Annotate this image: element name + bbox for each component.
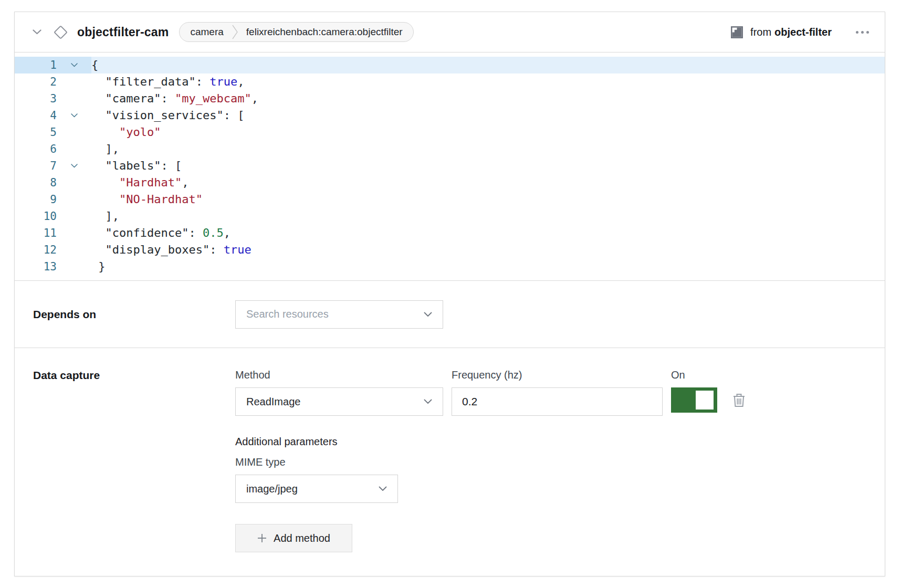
from-label: from [750, 26, 771, 38]
code-line-7[interactable]: 7 "labels": [ [15, 158, 885, 174]
resource-card-header: objectfilter-cam camera felixreichenbach… [15, 12, 885, 52]
code-line-6[interactable]: 6 ], [15, 141, 885, 158]
line-number: 1 [15, 57, 57, 74]
data-capture-heading: Data capture [33, 369, 100, 381]
add-method-button[interactable]: Add method [235, 524, 352, 552]
code-line-4[interactable]: 4 "vision_services": [ [15, 107, 885, 124]
toggle-knob [696, 391, 714, 410]
code-text[interactable]: "yolo" [91, 124, 885, 141]
chevron-down-icon [424, 399, 432, 404]
resource-model-tag: felixreichenbach:camera:objectfilter [246, 26, 403, 38]
code-text[interactable]: "labels": [ [91, 158, 885, 174]
code-text[interactable]: "camera": "my_webcam", [91, 90, 885, 107]
code-text[interactable]: { [91, 57, 885, 74]
component-diamond-icon [54, 25, 68, 39]
fold-chevron-icon [71, 164, 78, 168]
breadcrumb-separator-icon [232, 24, 238, 40]
fold-spacer [57, 90, 91, 107]
code-line-12[interactable]: 12 "display_boxes": true [15, 242, 885, 258]
delete-method-button[interactable] [733, 393, 745, 407]
code-text[interactable]: ], [91, 208, 885, 225]
trash-icon [733, 393, 745, 407]
chevron-down-icon [33, 29, 41, 35]
fold-spacer [57, 74, 91, 90]
line-number: 3 [15, 90, 57, 107]
method-value: ReadImage [246, 396, 424, 408]
fold-spacer [57, 191, 91, 208]
method-select[interactable]: ReadImage [235, 387, 443, 416]
code-text[interactable]: "filter_data": true, [91, 74, 885, 90]
code-text[interactable]: "display_boxes": true [91, 242, 885, 258]
fold-spacer [57, 208, 91, 225]
code-line-1[interactable]: 1{ [15, 57, 885, 74]
on-label: On [671, 369, 745, 381]
depends-on-heading: Depends on [33, 308, 96, 320]
mime-type-select[interactable]: image/jpeg [235, 475, 398, 503]
module-source-link[interactable]: fromobject-filter [730, 26, 832, 39]
line-number: 6 [15, 141, 57, 158]
fold-chevron-icon [71, 113, 78, 118]
line-number: 7 [15, 158, 57, 174]
code-text[interactable]: "Hardhat", [91, 174, 885, 191]
resource-type-tag: camera [190, 26, 223, 38]
add-method-label: Add method [274, 532, 330, 544]
line-number: 4 [15, 107, 57, 124]
code-text[interactable]: ], [91, 141, 885, 158]
fold-chevron-icon [71, 63, 78, 67]
line-number: 2 [15, 74, 57, 90]
line-number: 11 [15, 225, 57, 242]
code-line-5[interactable]: 5 "yolo" [15, 124, 885, 141]
depends-on-section: Depends on Search resources [15, 281, 885, 348]
code-line-11[interactable]: 11 "confidence": 0.5, [15, 225, 885, 242]
line-number: 10 [15, 208, 57, 225]
fold-spacer [57, 124, 91, 141]
code-line-10[interactable]: 10 ], [15, 208, 885, 225]
resource-title: objectfilter-cam [77, 25, 169, 39]
code-text[interactable]: "NO-Hardhat" [91, 191, 885, 208]
fold-spacer [57, 225, 91, 242]
code-line-2[interactable]: 2 "filter_data": true, [15, 74, 885, 90]
resource-type-breadcrumb: camera felixreichenbach:camera:objectfil… [179, 22, 413, 42]
chevron-down-icon [424, 312, 432, 317]
collapse-chevron-icon[interactable] [32, 27, 42, 37]
fold-toggle[interactable] [57, 158, 91, 174]
fold-spacer [57, 174, 91, 191]
attributes-code-editor[interactable]: 1{2 "filter_data": true,3 "camera": "my_… [15, 52, 885, 280]
code-text[interactable]: "vision_services": [ [91, 107, 885, 124]
fold-spacer [57, 258, 91, 275]
method-label: Method [235, 369, 443, 381]
ellipsis-icon [856, 31, 858, 34]
resource-config-card: objectfilter-cam camera felixreichenbach… [14, 12, 885, 576]
data-capture-section: Data capture Method ReadImage Frequency … [15, 348, 885, 552]
line-number: 9 [15, 191, 57, 208]
mime-type-label: MIME type [235, 456, 885, 468]
code-line-3[interactable]: 3 "camera": "my_webcam", [15, 90, 885, 107]
line-number: 13 [15, 258, 57, 275]
chevron-down-icon [379, 486, 387, 491]
mime-type-value: image/jpeg [246, 483, 379, 495]
frequency-label: Frequency (hz) [452, 369, 663, 381]
fold-spacer [57, 242, 91, 258]
line-number: 8 [15, 174, 57, 191]
line-number: 12 [15, 242, 57, 258]
module-name: object-filter [774, 26, 832, 38]
frequency-input[interactable] [452, 387, 663, 416]
depends-on-placeholder: Search resources [246, 308, 424, 320]
code-line-8[interactable]: 8 "Hardhat", [15, 174, 885, 191]
depends-on-select[interactable]: Search resources [235, 300, 443, 329]
code-text[interactable]: } [91, 258, 885, 275]
capture-on-toggle[interactable] [671, 387, 717, 413]
code-text[interactable]: "confidence": 0.5, [91, 225, 885, 242]
plus-icon [257, 533, 267, 543]
module-icon [730, 26, 743, 39]
additional-parameters-heading: Additional parameters [235, 436, 885, 448]
code-line-9[interactable]: 9 "NO-Hardhat" [15, 191, 885, 208]
code-line-13[interactable]: 13 } [15, 258, 885, 275]
line-number: 5 [15, 124, 57, 141]
more-options-button[interactable] [855, 28, 870, 37]
fold-spacer [57, 141, 91, 158]
fold-toggle[interactable] [57, 107, 91, 124]
fold-toggle[interactable] [57, 57, 91, 74]
